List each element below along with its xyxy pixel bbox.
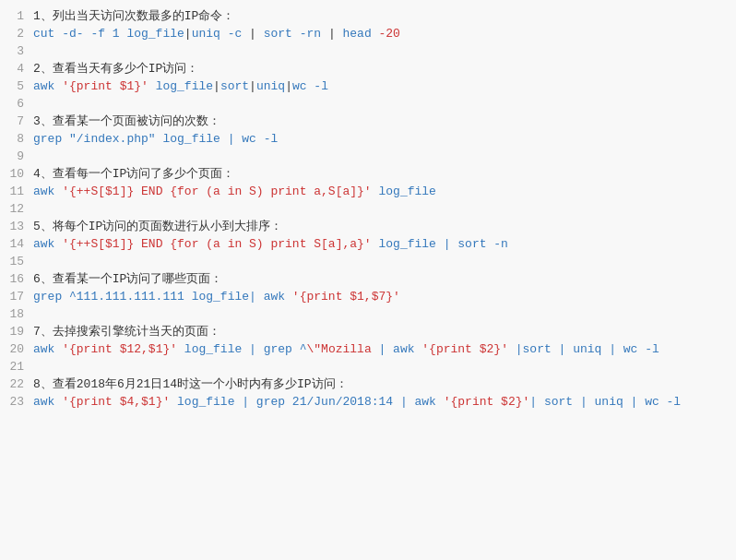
code-segment: '{print $1}'	[62, 79, 148, 93]
line-number: 10	[0, 165, 24, 183]
line-number: 13	[0, 218, 24, 235]
code-segment: 8、查看2018年6月21日14时这一个小时内有多少IP访问：	[33, 377, 348, 391]
code-segment: log_file | grep ^	[177, 342, 306, 356]
code-segment: 1、列出当天访问次数最多的IP命令：	[33, 9, 234, 23]
code-segment: 4、查看每一个IP访问了多少个页面：	[33, 167, 234, 181]
line-number: 17	[0, 288, 24, 305]
code-segment: '{print $1,$7}'	[292, 290, 400, 304]
line-number: 14	[0, 235, 24, 253]
code-segment: head	[342, 27, 371, 41]
code-segment: '{print $2}'	[444, 395, 530, 409]
code-line	[33, 358, 727, 375]
code-segment: |	[321, 27, 342, 41]
code-line: awk '{print $4,$1}' log_file | grep 21/J…	[33, 393, 727, 411]
code-segment: 6、查看某一个IP访问了哪些页面：	[33, 272, 222, 286]
code-segment: |	[249, 79, 256, 93]
line-number: 9	[0, 148, 24, 165]
code-segment: cut -d- -f 1 log_file	[33, 27, 184, 41]
code-line: 4、查看每一个IP访问了多少个页面：	[33, 165, 727, 183]
code-line	[33, 95, 727, 113]
code-line: 2、查看当天有多少个IP访问：	[33, 60, 727, 77]
code-segment: log_file	[148, 79, 213, 93]
code-container: 1234567891011121314151617181920212223 1、…	[0, 0, 736, 560]
line-number: 21	[0, 358, 24, 375]
code-line: 8、查看2018年6月21日14时这一个小时内有多少IP访问：	[33, 375, 727, 393]
code-content: 1、列出当天访问次数最多的IP命令：cut -d- -f 1 log_file|…	[33, 7, 736, 553]
code-line: 6、查看某一个IP访问了哪些页面：	[33, 270, 727, 288]
code-line	[33, 253, 727, 270]
line-number: 6	[0, 95, 24, 113]
code-segment: awk	[33, 79, 62, 93]
code-segment: 7、去掉搜索引擎统计当天的页面：	[33, 325, 220, 339]
code-segment: | sort | uniq | wc -l	[529, 395, 681, 409]
code-segment: log_file	[372, 185, 436, 198]
code-segment: log_file |	[372, 237, 458, 251]
code-segment: '{print $2}'	[421, 342, 508, 356]
code-segment: |	[285, 79, 292, 93]
line-number: 23	[0, 393, 24, 411]
code-segment: | awk	[372, 342, 422, 356]
code-segment: grep ^111.111.111.111 log_file| awk	[33, 290, 292, 304]
code-segment: 5、将每个IP访问的页面数进行从小到大排序：	[33, 220, 282, 233]
line-number: 2	[0, 25, 24, 42]
code-segment: sort -n	[457, 237, 508, 251]
code-segment: |	[184, 27, 192, 41]
code-segment: '{++S[$1]} END {for (a in S) print S[a],…	[62, 237, 371, 251]
code-segment: \"Mozilla	[306, 342, 371, 356]
code-line	[33, 148, 727, 165]
line-number: 19	[0, 323, 24, 340]
code-segment: sort -rn	[264, 27, 321, 41]
code-line: awk '{print $1}' log_file|sort|uniq|wc -…	[33, 77, 727, 95]
line-number: 16	[0, 270, 24, 288]
code-segment: uniq -c	[192, 27, 243, 41]
code-segment: awk	[33, 237, 62, 251]
code-line: cut -d- -f 1 log_file|uniq -c | sort -rn…	[33, 25, 727, 42]
code-line: grep ^111.111.111.111 log_file| awk '{pr…	[33, 288, 727, 305]
line-number: 15	[0, 253, 24, 270]
line-number: 7	[0, 113, 24, 130]
code-segment: log_file | grep 21/Jun/2018:14 | awk	[170, 395, 443, 409]
code-segment: '{print $4,$1}'	[62, 395, 170, 409]
code-segment: 3、查看某一个页面被访问的次数：	[33, 114, 220, 128]
code-line: awk '{++S[$1]} END {for (a in S) print S…	[33, 235, 727, 253]
code-segment: awk	[33, 185, 62, 198]
line-number: 1	[0, 7, 24, 25]
code-segment: '{++S[$1]} END {for (a in S) print a,S[a…	[62, 185, 371, 198]
code-segment: |sort | uniq | wc -l	[508, 342, 659, 356]
code-line: awk '{print $12,$1}' log_file | grep ^\"…	[33, 340, 727, 358]
code-line: awk '{++S[$1]} END {for (a in S) print a…	[33, 183, 727, 200]
code-segment: |	[242, 27, 263, 41]
code-line: 1、列出当天访问次数最多的IP命令：	[33, 7, 727, 25]
line-number: 4	[0, 60, 24, 77]
code-segment: awk	[33, 395, 62, 409]
code-line	[33, 200, 727, 218]
code-line	[33, 42, 727, 60]
code-segment: -20	[372, 27, 400, 41]
line-number: 8	[0, 130, 24, 148]
line-number: 18	[0, 305, 24, 323]
code-line: 3、查看某一个页面被访问的次数：	[33, 113, 727, 130]
code-segment: sort	[220, 79, 249, 93]
code-segment: |	[213, 79, 220, 93]
code-line	[33, 305, 727, 323]
code-segment: uniq	[256, 79, 285, 93]
code-line: grep "/index.php" log_file | wc -l	[33, 130, 727, 148]
line-number: 5	[0, 77, 24, 95]
line-numbers: 1234567891011121314151617181920212223	[0, 7, 33, 553]
line-number: 20	[0, 340, 24, 358]
line-number: 11	[0, 183, 24, 200]
code-segment: grep "/index.php" log_file | wc -l	[33, 132, 278, 146]
code-segment: awk	[33, 342, 62, 356]
code-line: 7、去掉搜索引擎统计当天的页面：	[33, 323, 727, 340]
code-segment: wc -l	[292, 79, 328, 93]
line-number: 3	[0, 42, 24, 60]
code-segment: '{print $12,$1}'	[62, 342, 177, 356]
code-line: 5、将每个IP访问的页面数进行从小到大排序：	[33, 218, 727, 235]
line-number: 12	[0, 200, 24, 218]
line-number: 22	[0, 375, 24, 393]
code-segment: 2、查看当天有多少个IP访问：	[33, 62, 198, 76]
